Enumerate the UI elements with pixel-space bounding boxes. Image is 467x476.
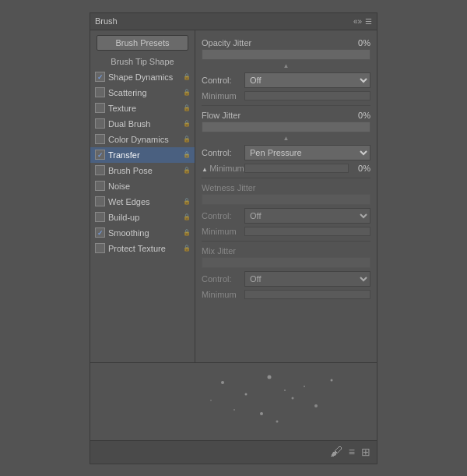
checkbox-transfer[interactable]	[95, 150, 105, 160]
mix-control-row: Control: Off Fade Pen Pressure	[202, 271, 370, 287]
wetness-jitter-row: Wetness Jitter	[202, 183, 370, 192]
label-transfer: Transfer	[108, 150, 181, 160]
wetness-jitter-label: Wetness Jitter	[202, 183, 370, 192]
mix-jitter-bar-row	[202, 257, 370, 268]
svg-point-1	[245, 393, 248, 395]
canvas-area	[90, 362, 377, 440]
svg-point-6	[284, 390, 286, 391]
lock-icon-dual-brush: 🔒	[182, 119, 191, 129]
wetness-control-label: Control:	[202, 211, 244, 220]
opacity-jitter-label: Opacity Jitter	[202, 38, 349, 48]
flow-jitter-bar[interactable]	[202, 122, 370, 132]
collapse-icon[interactable]: «»	[353, 17, 362, 26]
menu-icon[interactable]: ☰	[365, 17, 372, 26]
mix-minimum-label: Minimum	[202, 290, 244, 299]
label-protect-texture: Protect Texture	[108, 244, 181, 253]
sidebar-item-texture[interactable]: Texture🔒	[90, 100, 195, 116]
opacity-jitter-value: 0%	[349, 38, 370, 48]
checkbox-scattering[interactable]	[95, 87, 105, 97]
checkbox-texture[interactable]	[95, 103, 105, 113]
footer-icon-1[interactable]: 🖌	[330, 445, 342, 459]
mix-jitter-bar[interactable]	[202, 257, 370, 268]
svg-point-7	[314, 404, 318, 407]
svg-point-0	[221, 381, 224, 384]
divider1	[202, 105, 370, 106]
wetness-jitter-bar[interactable]	[202, 194, 370, 205]
sidebar-item-wet-edges[interactable]: Wet Edges🔒	[90, 194, 195, 210]
lock-icon-smoothing: 🔒	[182, 228, 191, 238]
sidebar-item-protect-texture[interactable]: Protect Texture🔒	[90, 241, 195, 256]
checkbox-shape-dynamics[interactable]	[95, 72, 105, 82]
label-texture: Texture	[108, 104, 181, 113]
sidebar-item-brush-pose[interactable]: Brush Pose🔒	[90, 163, 195, 178]
wetness-minimum-bar[interactable]	[244, 227, 370, 236]
checkbox-smoothing[interactable]	[95, 227, 105, 238]
checkbox-noise[interactable]	[95, 181, 105, 191]
opacity-minimum-row: Minimum	[202, 91, 370, 100]
mix-minimum-bar[interactable]	[244, 290, 370, 299]
sidebar-item-smoothing[interactable]: Smoothing🔒	[90, 225, 195, 241]
scroll-arrow-up[interactable]: ▲	[202, 62, 370, 69]
panel-title: Brush	[95, 16, 118, 26]
lock-icon-texture: 🔒	[182, 104, 191, 113]
checkbox-wet-edges[interactable]	[95, 196, 105, 206]
footer-icon-2[interactable]: ≡	[349, 446, 355, 458]
sidebar-item-shape-dynamics[interactable]: Shape Dynamics🔒	[90, 69, 195, 85]
checkbox-build-up[interactable]	[95, 212, 105, 222]
label-brush-pose: Brush Pose	[108, 166, 181, 175]
minimum-arrow: ▲	[202, 166, 209, 173]
mix-jitter-row: Mix Jitter	[202, 246, 370, 256]
opacity-control-select[interactable]: Off Fade Pen Pressure Pen Tilt	[244, 72, 370, 88]
opacity-jitter-bar-row	[202, 49, 370, 60]
sidebar: Brush Presets Brush Tip Shape Shape Dyna…	[90, 30, 195, 362]
mix-control-label: Control:	[202, 274, 244, 284]
sidebar-item-scattering[interactable]: Scattering🔒	[90, 85, 195, 100]
flow-control-select[interactable]: Off Fade Pen Pressure Pen Tilt	[244, 145, 370, 160]
right-panel: Opacity Jitter 0% ▲ Control: Off Fade Pe…	[195, 30, 377, 362]
lock-icon-color-dynamics: 🔒	[182, 135, 191, 144]
wetness-minimum-label: Minimum	[202, 227, 244, 236]
opacity-control-row: Control: Off Fade Pen Pressure Pen Tilt	[202, 72, 370, 88]
brush-preview-svg	[90, 363, 377, 440]
divider2	[202, 178, 370, 178]
footer-icon-3[interactable]: ⊞	[361, 446, 370, 458]
lock-icon-scattering: 🔒	[182, 88, 191, 97]
sidebar-item-build-up[interactable]: Build-up🔒	[90, 210, 195, 225]
opacity-control-label: Control:	[202, 76, 244, 85]
sidebar-item-transfer[interactable]: Transfer🔒	[90, 147, 195, 163]
scroll-arrow-up2[interactable]: ▲	[202, 135, 370, 142]
flow-jitter-row: Flow Jitter 0%	[202, 111, 370, 120]
svg-point-10	[276, 420, 279, 422]
flow-minimum-value: 0%	[349, 164, 370, 173]
checkbox-brush-pose[interactable]	[95, 165, 105, 175]
svg-point-2	[268, 375, 272, 379]
flow-jitter-value: 0%	[349, 111, 370, 120]
checkbox-protect-texture[interactable]	[95, 243, 105, 253]
opacity-jitter-bar[interactable]	[202, 49, 370, 60]
svg-point-9	[210, 400, 212, 401]
brush-presets-button[interactable]: Brush Presets	[97, 35, 188, 51]
checkbox-dual-brush[interactable]	[95, 118, 105, 129]
flow-minimum-bar[interactable]	[244, 164, 349, 173]
flow-control-row: Control: Off Fade Pen Pressure Pen Tilt	[202, 145, 370, 160]
lock-icon-brush-pose: 🔒	[182, 166, 191, 175]
mix-control-select[interactable]: Off Fade Pen Pressure	[244, 271, 370, 287]
sidebar-item-color-dynamics[interactable]: Color Dynamics🔒	[90, 132, 195, 147]
svg-point-5	[260, 412, 263, 415]
checkbox-color-dynamics[interactable]	[95, 134, 105, 144]
svg-point-8	[331, 379, 333, 381]
sidebar-items-container: Shape Dynamics🔒Scattering🔒Texture🔒Dual B…	[90, 69, 195, 256]
panel-footer: 🖌 ≡ ⊞	[90, 440, 377, 464]
label-noise: Noise	[108, 182, 191, 191]
brush-panel: Brush «» ☰ Brush Presets Brush Tip Shape…	[90, 12, 377, 464]
wetness-control-select[interactable]: Off Fade Pen Pressure	[244, 208, 370, 224]
sidebar-item-dual-brush[interactable]: Dual Brush🔒	[90, 116, 195, 132]
label-scattering: Scattering	[108, 88, 181, 97]
flow-minimum-row: ▲ Minimum 0%	[202, 164, 370, 173]
sidebar-section-title: Brush Tip Shape	[90, 55, 195, 69]
sidebar-item-noise[interactable]: Noise	[90, 178, 195, 194]
label-build-up: Build-up	[108, 213, 181, 222]
opacity-minimum-label: Minimum	[202, 91, 244, 100]
opacity-minimum-bar[interactable]	[244, 91, 370, 100]
divider3	[202, 241, 370, 242]
